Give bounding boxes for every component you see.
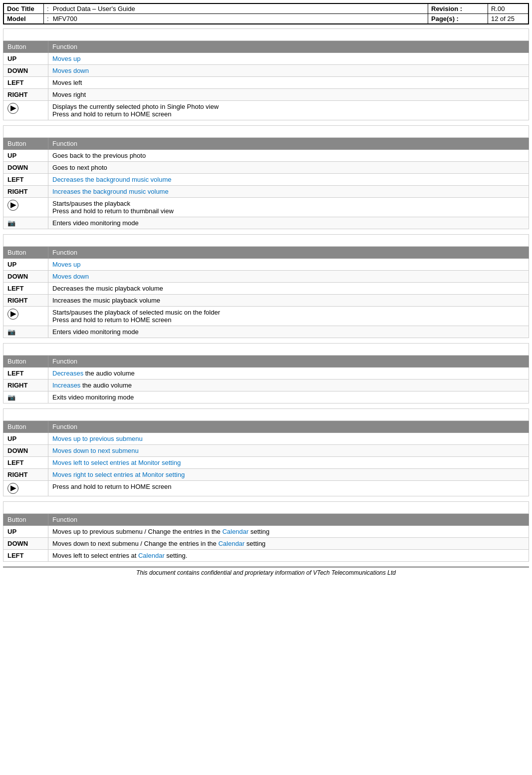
function-cell: Moves left to select entries at Calendar… <box>48 550 529 562</box>
col-header-0: Button <box>3 421 48 433</box>
plain-text: setting <box>249 528 269 535</box>
table-row: LEFTDecreases the background music volum… <box>3 174 529 186</box>
model-value: MFV700 <box>50 14 428 23</box>
function-text: Exits video monitoring mode <box>52 393 134 401</box>
table-row: UPMoves up <box>3 53 529 65</box>
function-cell: Starts/pauses the playbackPress and hold… <box>48 198 529 217</box>
function-text: Starts/pauses the playback <box>52 200 130 207</box>
function-cell: Enters video monitoring mode <box>48 217 529 229</box>
button-cell: LEFT <box>3 283 48 295</box>
function-text: Enters video monitoring mode <box>52 328 139 336</box>
button-cell: 📷 <box>3 217 48 229</box>
col-header-1: Function <box>48 421 529 433</box>
function-cell: Increases the background music volume <box>48 186 529 198</box>
table-row: 📷Exits video monitoring mode <box>3 391 529 403</box>
plain-text: Moves left to select entries at <box>52 552 138 559</box>
table-row: UPGoes back to the previous photo <box>3 150 529 162</box>
function-cell: Exits video monitoring mode <box>48 391 529 403</box>
function-cell: Increases the music playback volume <box>48 295 529 307</box>
col-header-1: Function <box>48 41 529 53</box>
plain-text: the audio volume <box>83 370 135 377</box>
table-row: 📷Enters video monitoring mode <box>3 217 529 229</box>
button-cell: RIGHT <box>3 380 48 391</box>
doc-title-colon: : <box>44 4 50 13</box>
table-row: RIGHTMoves right to select entries at Mo… <box>3 469 529 481</box>
button-cell <box>3 101 48 120</box>
function-text: Increases the music playback volume <box>52 297 160 304</box>
table-row: 📷Enters video monitoring mode <box>3 326 529 338</box>
function-text: Press and hold to return to HOME screen <box>52 316 171 324</box>
section-settings_menu: When using the Settings menuButtonFuncti… <box>3 501 529 562</box>
function-text: Moves up to previous submenu <box>52 435 143 442</box>
button-cell: DOWN <box>3 162 48 174</box>
table-row: RIGHTMoves right <box>3 89 529 101</box>
col-header-1: Function <box>48 356 529 368</box>
function-cell: Press and hold to return to HOME screen <box>48 481 529 496</box>
table-row: DOWNMoves down to next submenu <box>3 445 529 457</box>
play-icon <box>7 484 18 492</box>
col-header-1: Function <box>48 247 529 259</box>
function-cell: Moves up to previous submenu / Change th… <box>48 526 529 538</box>
function-cell: Moves right <box>48 89 529 101</box>
function-text: Moves down <box>52 273 89 280</box>
section-slideshow: When playing a slideshowButtonFunctionUP… <box>3 125 529 229</box>
button-cell: DOWN <box>3 271 48 283</box>
button-cell: UP <box>3 53 48 65</box>
function-cell: Moves up to previous submenu <box>48 433 529 445</box>
function-text: Increases the background music volume <box>52 188 169 195</box>
button-cell: 📷 <box>3 326 48 338</box>
function-text: Moves down to next submenu <box>52 447 139 454</box>
play-icon <box>7 104 18 112</box>
doc-title-value: Product Data – User's Guide <box>50 4 428 13</box>
function-cell: Decreases the music playback volume <box>48 283 529 295</box>
function-text: Moves right <box>52 91 86 98</box>
table-row: DOWNMoves down <box>3 271 529 283</box>
button-cell: RIGHT <box>3 469 48 481</box>
col-header-0: Button <box>3 138 48 150</box>
function-cell: Moves left <box>48 77 529 89</box>
table-row: UPMoves up to previous submenu / Change … <box>3 526 529 538</box>
button-cell: LEFT <box>3 77 48 89</box>
function-text: Decreases the music playback volume <box>52 285 163 292</box>
function-text: Press and hold to return to HOME screen <box>52 483 171 490</box>
pages-value: 12 of 25 <box>488 14 528 23</box>
table-row: LEFTMoves left <box>3 77 529 89</box>
table-row: Press and hold to return to HOME screen <box>3 481 529 496</box>
camera-icon: 📷 <box>7 328 15 336</box>
button-cell <box>3 481 48 496</box>
function-text: Enters video monitoring mode <box>52 219 139 227</box>
table-row: Displays the currently selected photo in… <box>3 101 529 120</box>
function-cell: Decreases the background music volume <box>48 174 529 186</box>
function-text: Press and hold to return to thumbnail vi… <box>52 207 174 215</box>
function-cell: Decreases the audio volume <box>48 368 529 380</box>
table-row: LEFTMoves left to select entries at Cale… <box>3 550 529 562</box>
table-row: DOWNGoes to next photo <box>3 162 529 174</box>
button-cell: DOWN <box>3 538 48 550</box>
function-cell: Goes back to the previous photo <box>48 150 529 162</box>
table-row: LEFTDecreases the audio volume <box>3 368 529 380</box>
col-header-1: Function <box>48 514 529 526</box>
button-cell: RIGHT <box>3 89 48 101</box>
section-title-music: When browsing/playing Music in Music fol… <box>3 235 529 247</box>
function-text: Moves down <box>52 67 89 74</box>
revision-label: Revision : <box>428 4 488 13</box>
colored-text: Calendar <box>218 540 245 547</box>
table-row: LEFTDecreases the music playback volume <box>3 283 529 295</box>
button-cell <box>3 307 48 326</box>
plain-text: the audio volume <box>80 382 132 389</box>
revision-value: R.00 <box>488 4 528 13</box>
col-header-0: Button <box>3 247 48 259</box>
camera-icon: 📷 <box>7 219 15 227</box>
function-text: Moves up <box>52 55 80 62</box>
table-row: RIGHTIncreases the background music volu… <box>3 186 529 198</box>
footer-text: This document contains confidential and … <box>136 569 396 576</box>
pages-label: Page(s) : <box>428 14 488 23</box>
footer: This document contains confidential and … <box>3 567 529 578</box>
function-text: Displays the currently selected photo in… <box>52 103 219 110</box>
button-cell: LEFT <box>3 457 48 469</box>
button-cell: LEFT <box>3 550 48 562</box>
function-text: Goes back to the previous photo <box>52 152 146 159</box>
section-thumbnail: When browsing photos in thumbnail viewBu… <box>3 28 529 120</box>
doc-title-label: Doc Title <box>4 4 44 13</box>
function-cell: Moves up <box>48 53 529 65</box>
